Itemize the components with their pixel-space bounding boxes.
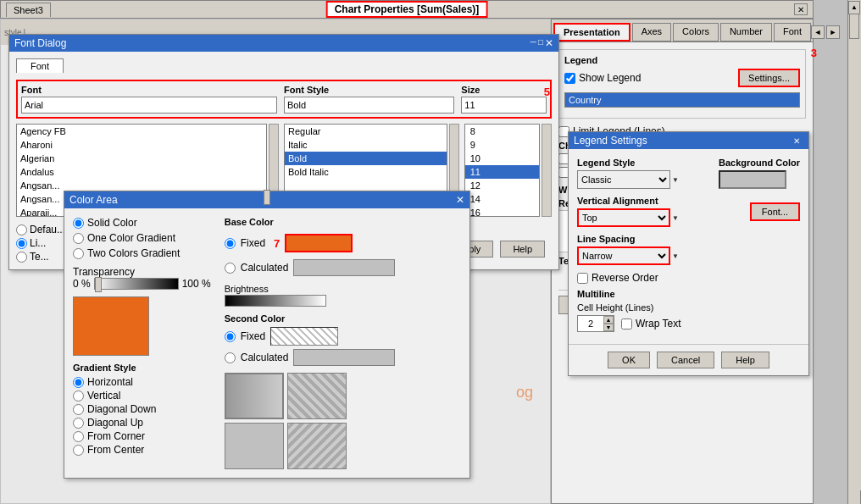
tab-colors[interactable]: Colors	[673, 23, 719, 42]
style-bold[interactable]: Bold	[285, 152, 447, 165]
solid-color-label: Solid Color	[87, 217, 137, 229]
vert-radio[interactable]	[73, 390, 84, 402]
font-btn[interactable]: Font...	[750, 202, 800, 221]
diag-up-radio[interactable]	[73, 418, 84, 429]
legend-settings-close[interactable]: ✕	[790, 135, 803, 147]
second-calc-input[interactable]	[293, 349, 395, 366]
wrap-text-checkbox[interactable]	[621, 318, 632, 330]
calc-input[interactable]	[293, 259, 395, 276]
font-style-input[interactable]	[284, 97, 454, 114]
center-radio[interactable]	[73, 445, 84, 456]
legend-style-select[interactable]: Classic	[577, 170, 670, 189]
two-color-radio[interactable]	[73, 248, 84, 259]
gradient-style-label: Gradient Style	[73, 363, 211, 373]
diag-down-radio[interactable]	[73, 404, 84, 415]
tab-number[interactable]: Number	[720, 23, 772, 42]
legend-help-btn[interactable]: Help	[721, 352, 769, 368]
line-spacing-select[interactable]: Narrow	[577, 246, 670, 265]
font-item-andalus[interactable]: Andalus	[17, 165, 266, 179]
tab-font[interactable]: Font	[774, 23, 811, 42]
solid-color-radio[interactable]	[73, 218, 84, 229]
brightness-slider[interactable]	[225, 295, 326, 307]
tab-axes[interactable]: Axes	[632, 23, 671, 42]
font-item-algerian[interactable]: Algerian	[17, 152, 266, 165]
gradient-box-3[interactable]	[225, 423, 284, 469]
vertical-align-select[interactable]: Top	[577, 208, 670, 227]
size-10[interactable]: 10	[465, 152, 539, 165]
legend-style-row: Legend Style Classic ▼ Background Color	[577, 158, 800, 189]
font-item-aharoni[interactable]: Aharoni	[17, 138, 266, 152]
font-default-label: Defau...	[30, 224, 65, 235]
font-size-list-wrapper: 8 9 10 11 12 14 16	[464, 124, 552, 217]
legend-cancel-btn[interactable]: Cancel	[657, 352, 714, 368]
font-size-scrollbar[interactable]	[542, 124, 552, 217]
main-close-btn[interactable]: ✕	[794, 3, 808, 15]
size-9[interactable]: 9	[465, 138, 539, 152]
scroll-up-btn[interactable]: ▲	[848, 1, 860, 14]
font-dialog-maximize[interactable]: □	[538, 37, 543, 49]
style-bolditalic[interactable]: Bold Italic	[285, 165, 447, 179]
main-scrollbar: ▲ ▼	[847, 0, 861, 504]
transp-row: Transparency	[73, 266, 211, 278]
second-color-btn[interactable]	[270, 327, 338, 346]
size-11[interactable]: 11	[465, 165, 539, 179]
size-14[interactable]: 14	[465, 192, 539, 206]
scroll-left-btn[interactable]: ◄	[811, 25, 825, 39]
country-select[interactable]: Country	[564, 92, 800, 108]
style-regular[interactable]: Regular	[285, 125, 447, 138]
settings-btn[interactable]: Settings...	[738, 69, 800, 87]
font-default-radio[interactable]	[16, 224, 27, 235]
font-size-list[interactable]: 8 9 10 11 12 14 16	[464, 124, 540, 217]
size-12[interactable]: 12	[465, 179, 539, 192]
font-size-group: Size	[461, 85, 547, 114]
cell-height-up[interactable]: ▲	[603, 316, 614, 324]
font-tab-label[interactable]: Font	[16, 58, 64, 73]
font-text-radio[interactable]	[16, 252, 27, 263]
reverse-order-checkbox[interactable]	[577, 273, 588, 284]
font-fields-row: Font Font Style Size	[16, 80, 552, 119]
style-italic[interactable]: Italic	[285, 138, 447, 152]
reverse-order-label: Reverse Order	[592, 272, 658, 284]
vertical-align-arrow: ▼	[672, 214, 679, 222]
cell-height-input[interactable]	[578, 316, 603, 331]
size-8[interactable]: 8	[465, 125, 539, 138]
one-color-radio[interactable]	[73, 233, 84, 244]
gradient-box-2[interactable]	[287, 373, 347, 419]
tabs-row: Presentation Axes Colors Number Font ◄ ►	[552, 19, 813, 42]
fixed-radio[interactable]	[225, 238, 236, 249]
size-16[interactable]: 16	[465, 206, 539, 217]
base-color-section: Base Color Fixed 7 Calculated Br	[225, 217, 396, 307]
color-dialog-close[interactable]: ✕	[456, 194, 464, 206]
font-dialog-close[interactable]: ✕	[545, 37, 553, 49]
color-right-panel: Base Color Fixed 7 Calculated Br	[225, 217, 396, 469]
font-size-input[interactable]	[461, 97, 547, 114]
corner-radio[interactable]	[73, 431, 84, 442]
font-tab-row: Font	[16, 58, 552, 73]
chart-title: Chart Properties [Sum(Sales)]	[326, 1, 488, 18]
font-dialog-minimize[interactable]: ─	[530, 37, 536, 49]
base-color-btn[interactable]	[285, 234, 353, 252]
font-item-agencyfb[interactable]: Agency FB	[17, 125, 266, 138]
two-color-radio-row: Two Colors Gradient	[73, 247, 211, 259]
gradient-box-1[interactable]	[225, 373, 284, 419]
one-color-radio-row: One Color Gradient	[73, 232, 211, 244]
transp-slider[interactable]	[94, 278, 179, 290]
second-calc-radio[interactable]	[225, 352, 236, 363]
font-list-radio[interactable]	[16, 238, 27, 249]
horiz-radio[interactable]	[73, 377, 84, 388]
sheet-tab[interactable]: Sheet3	[6, 3, 51, 17]
bg-color-box[interactable]	[719, 170, 786, 189]
scroll-right-btn[interactable]: ►	[826, 25, 840, 39]
tab-presentation[interactable]: Presentation	[553, 23, 630, 42]
color-type-group: Solid Color One Color Gradient Two Color…	[73, 217, 211, 259]
cell-height-down[interactable]: ▼	[603, 324, 614, 331]
font-list-radio-label: Li...	[30, 237, 46, 249]
show-legend-checkbox[interactable]	[564, 73, 575, 84]
calc-radio[interactable]	[225, 263, 236, 274]
font-help-btn[interactable]: Help	[500, 241, 545, 258]
font-name-input[interactable]	[21, 97, 277, 114]
gradient-box-4[interactable]	[287, 423, 347, 469]
transp-slider-row: 0 % 100 %	[73, 278, 211, 290]
legend-ok-btn[interactable]: OK	[608, 352, 650, 368]
second-fixed-radio[interactable]	[225, 331, 236, 342]
